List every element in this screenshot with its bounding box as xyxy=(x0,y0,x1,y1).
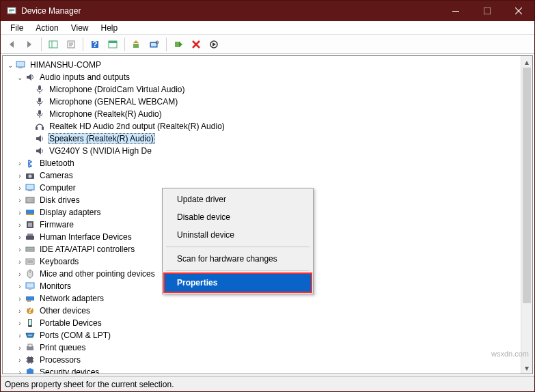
menu-view[interactable]: View xyxy=(66,22,94,34)
tree-category[interactable]: ›?Other devices xyxy=(5,305,532,317)
maximize-button[interactable] xyxy=(471,1,503,21)
tree-device[interactable]: ›Realtek HD Audio 2nd output (Realtek(R)… xyxy=(5,120,532,132)
scroll-thumb[interactable] xyxy=(523,68,531,303)
scroll-up-button[interactable]: ▴ xyxy=(521,56,532,68)
tree-category[interactable]: ›Bluetooth xyxy=(5,157,532,169)
properties-button[interactable] xyxy=(63,36,79,53)
expand-arrow-icon[interactable]: › xyxy=(15,184,25,192)
update-driver-button[interactable] xyxy=(128,36,145,53)
computer-icon xyxy=(15,59,26,70)
ctx-divider xyxy=(166,270,310,271)
svg-rect-50 xyxy=(26,210,34,214)
svg-rect-19 xyxy=(109,41,117,43)
collapse-arrow-icon[interactable]: ⌄ xyxy=(5,61,15,69)
tree-category[interactable]: ›Cameras xyxy=(5,169,532,182)
expand-arrow-icon[interactable]: › xyxy=(15,197,25,204)
ctx-scan-hardware[interactable]: Scan for hardware changes xyxy=(165,250,311,268)
headphones-icon xyxy=(34,121,45,132)
device-label: Microphone (GENERAL WEBCAM) xyxy=(48,97,179,107)
toolbar-pane-button[interactable] xyxy=(105,36,121,53)
forward-button[interactable] xyxy=(21,36,38,53)
uninstall-device-button[interactable] xyxy=(188,36,204,53)
tree-category[interactable]: ›Security devices xyxy=(5,366,532,374)
svg-rect-36 xyxy=(38,98,41,102)
ctx-divider xyxy=(166,247,310,247)
svg-rect-66 xyxy=(27,300,29,302)
tree-category[interactable]: ›Print queues xyxy=(5,341,532,354)
tree-device-selected[interactable]: ›Speakers (Realtek(R) Audio) xyxy=(5,132,532,145)
category-label: Ports (COM & LPT) xyxy=(38,331,112,340)
category-icon xyxy=(25,182,36,193)
device-manager-window: Device Manager File Action View Help ? xyxy=(0,0,535,392)
svg-marker-33 xyxy=(27,74,31,81)
expand-arrow-icon[interactable]: › xyxy=(15,332,25,339)
tree-root[interactable]: ⌄ HIMANSHU-COMP xyxy=(5,59,532,71)
scroll-down-button[interactable]: ▾ xyxy=(521,362,532,374)
menu-action[interactable]: Action xyxy=(30,22,64,34)
expand-arrow-icon[interactable]: › xyxy=(15,295,25,303)
disable-device-button[interactable] xyxy=(206,36,222,53)
speaker-icon xyxy=(25,72,36,83)
menu-file[interactable]: File xyxy=(5,22,29,34)
menu-help[interactable]: Help xyxy=(96,22,124,34)
context-menu: Update driver Disable device Uninstall d… xyxy=(162,188,314,294)
expand-arrow-icon[interactable]: › xyxy=(15,307,25,315)
expand-arrow-icon[interactable]: › xyxy=(15,234,25,241)
back-button[interactable] xyxy=(3,36,20,53)
expand-arrow-icon[interactable]: › xyxy=(15,221,25,229)
svg-rect-23 xyxy=(151,43,156,46)
ctx-properties[interactable]: Properties xyxy=(165,274,311,292)
close-button[interactable] xyxy=(503,1,534,21)
tree-category-audio[interactable]: ⌄ Audio inputs and outputs xyxy=(5,71,532,83)
collapse-arrow-icon[interactable]: ⌄ xyxy=(15,74,25,81)
category-icon xyxy=(25,219,36,230)
help-button[interactable]: ? xyxy=(87,36,103,53)
category-icon xyxy=(25,207,36,218)
speaker-icon xyxy=(34,145,45,156)
ctx-update-driver[interactable]: Update driver xyxy=(165,191,311,208)
svg-marker-26 xyxy=(179,42,182,47)
expand-arrow-icon[interactable]: › xyxy=(15,270,25,278)
svg-point-49 xyxy=(31,199,33,201)
category-label: Portable Devices xyxy=(38,318,103,328)
tree-device[interactable]: ›Microphone (Realtek(R) Audio) xyxy=(5,108,532,120)
category-icon xyxy=(25,342,36,353)
expand-arrow-icon[interactable]: › xyxy=(15,246,25,253)
expand-arrow-icon[interactable]: › xyxy=(15,369,25,375)
category-icon xyxy=(25,170,36,181)
tree-device[interactable]: ›Microphone (DroidCam Virtual Audio) xyxy=(5,83,532,96)
category-label: Network adapters xyxy=(38,294,105,303)
expand-arrow-icon[interactable]: › xyxy=(15,209,25,216)
tree-category[interactable]: ›Processors xyxy=(5,354,532,366)
tree-device[interactable]: ›VG240Y S (NVIDIA High De xyxy=(5,145,532,157)
expand-arrow-icon[interactable]: › xyxy=(15,356,25,364)
minimize-button[interactable] xyxy=(440,1,471,21)
category-label: Mice and other pointing devices xyxy=(38,269,156,279)
tree-category[interactable]: ›Ports (COM & LPT) xyxy=(5,329,532,341)
device-label: Microphone (DroidCam Virtual Audio) xyxy=(48,85,187,94)
expand-arrow-icon[interactable]: › xyxy=(15,283,25,290)
microphone-icon xyxy=(34,109,45,120)
enable-device-button[interactable] xyxy=(170,36,187,53)
svg-rect-78 xyxy=(27,357,33,363)
svg-marker-8 xyxy=(10,41,14,48)
show-hide-tree-button[interactable] xyxy=(45,36,61,53)
vertical-scrollbar[interactable]: ▴ ▾ xyxy=(521,56,532,374)
expand-arrow-icon[interactable]: › xyxy=(15,172,25,180)
expand-arrow-icon[interactable]: › xyxy=(15,160,25,167)
tree-category[interactable]: ›Portable Devices xyxy=(5,317,532,329)
expand-arrow-icon[interactable]: › xyxy=(15,258,25,266)
expand-arrow-icon[interactable]: › xyxy=(15,320,25,327)
ctx-disable-device[interactable]: Disable device xyxy=(165,208,311,226)
ctx-uninstall-device[interactable]: Uninstall device xyxy=(165,226,311,244)
tree-device[interactable]: ›Microphone (GENERAL WEBCAM) xyxy=(5,96,532,108)
app-icon xyxy=(6,5,17,16)
svg-marker-42 xyxy=(36,135,41,142)
svg-rect-63 xyxy=(26,283,34,288)
device-label: Realtek HD Audio 2nd output (Realtek(R) … xyxy=(48,122,226,131)
svg-rect-2 xyxy=(9,10,14,11)
category-icon xyxy=(25,281,36,292)
expand-arrow-icon[interactable]: › xyxy=(15,344,25,352)
scan-hardware-button[interactable] xyxy=(146,36,163,53)
svg-rect-4 xyxy=(452,11,459,12)
